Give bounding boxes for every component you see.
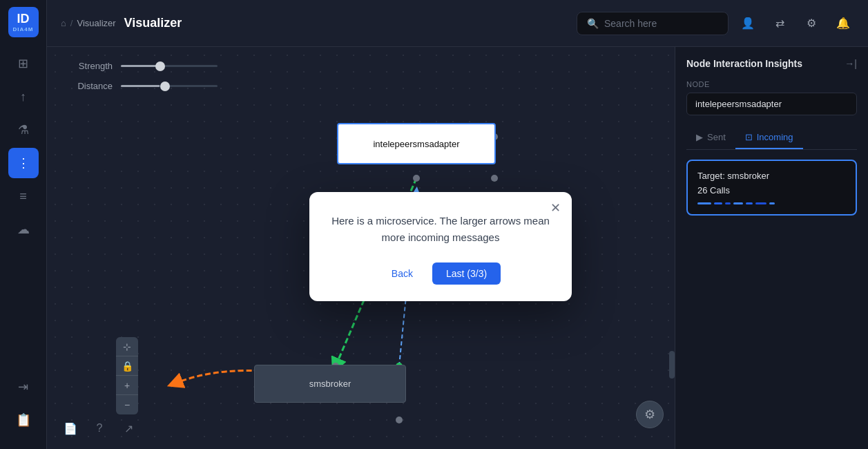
node-adapter[interactable]: intelepeersmsadapter bbox=[337, 123, 496, 164]
search-bar: 🔍 bbox=[577, 12, 729, 35]
insight-dashes bbox=[697, 202, 846, 204]
search-input[interactable] bbox=[604, 18, 718, 29]
insight-calls: 26 Calls bbox=[697, 185, 846, 195]
help-tool[interactable]: ? bbox=[90, 419, 109, 438]
sidebar-item-visualizer[interactable]: ⋮ bbox=[8, 148, 39, 178]
sidebar-item-cloud[interactable]: ☁ bbox=[8, 214, 39, 245]
sidebar-item-clipboard[interactable]: 📋 bbox=[8, 405, 39, 435]
adapter-label: intelepeersmsadapter bbox=[373, 139, 459, 149]
header: ⌂ / Visualizer Visualizer 🔍 👤 ⇄ ⚙ 🔔 bbox=[47, 0, 868, 47]
tab-incoming[interactable]: ⊡ Incoming bbox=[735, 126, 803, 149]
page-title: Visualizer bbox=[124, 16, 182, 30]
analytics-tool[interactable]: ↗ bbox=[119, 419, 138, 438]
scrollbar-thumb[interactable] bbox=[669, 351, 675, 379]
sidebar: ID DIA4M ⊞ ↑ ⚗ ⋮ ≡ ☁ ⇥ 📋 bbox=[0, 0, 47, 449]
sidebar-bottom: ⇥ 📋 bbox=[8, 372, 39, 435]
dash-7 bbox=[769, 202, 775, 204]
sidebar-item-dashboard[interactable]: ⊞ bbox=[8, 48, 39, 79]
svg-point-5 bbox=[413, 175, 420, 182]
sidebar-item-flask[interactable]: ⚗ bbox=[8, 115, 39, 145]
distance-control: Distance bbox=[68, 81, 218, 91]
broker-label: smsbroker bbox=[309, 379, 351, 389]
svg-point-4 bbox=[491, 175, 498, 182]
canvas-area[interactable]: Strength Distance bbox=[47, 47, 675, 449]
logo-sub: DIA4M bbox=[13, 26, 34, 32]
bottom-toolbar: 📄 ? ↗ bbox=[61, 419, 138, 438]
panel-header: Node Interaction Insights →| bbox=[686, 58, 857, 69]
strength-slider[interactable] bbox=[121, 65, 218, 67]
header-icons: 👤 ⇄ ⚙ 🔔 bbox=[737, 12, 854, 35]
node-field-label: Node bbox=[686, 80, 857, 88]
distance-slider[interactable] bbox=[121, 85, 218, 87]
bell-icon[interactable]: 🔔 bbox=[832, 12, 854, 35]
back-button[interactable]: Back bbox=[380, 262, 424, 285]
insight-card: Target: smsbroker 26 Calls bbox=[686, 160, 857, 216]
tooltip-close-button[interactable]: ✕ bbox=[550, 202, 561, 214]
tabs-row: ▶ Sent ⊡ Incoming bbox=[686, 126, 857, 150]
panel-collapse-button[interactable]: →| bbox=[845, 58, 857, 69]
dash-5 bbox=[746, 202, 753, 204]
zoom-in-button[interactable]: + bbox=[116, 376, 138, 395]
tooltip-actions: Back Last (3/3) bbox=[329, 262, 552, 285]
dash-4 bbox=[733, 202, 743, 204]
map-controls: ⊹ 🔒 + − bbox=[116, 337, 138, 414]
file-tool[interactable]: 📄 bbox=[61, 419, 80, 438]
node-broker[interactable]: smsbroker bbox=[254, 365, 406, 403]
lock-button[interactable]: 🔒 bbox=[116, 356, 138, 376]
dash-3 bbox=[725, 202, 731, 204]
sent-tab-icon: ▶ bbox=[696, 132, 703, 142]
settings-icon[interactable]: ⚙ bbox=[800, 12, 822, 35]
controls-panel: Strength Distance bbox=[68, 61, 218, 91]
tab-sent[interactable]: ▶ Sent bbox=[686, 126, 735, 149]
fit-button[interactable]: ⊹ bbox=[116, 337, 138, 356]
content-area: Strength Distance bbox=[47, 47, 868, 449]
breadcrumb-page: Visualizer bbox=[77, 18, 115, 28]
strength-label: Strength bbox=[68, 61, 113, 71]
sync-icon[interactable]: ⇄ bbox=[769, 12, 791, 35]
search-icon: 🔍 bbox=[587, 18, 599, 29]
gear-fab-button[interactable]: ⚙ bbox=[636, 401, 664, 428]
incoming-tab-label: Incoming bbox=[757, 132, 793, 142]
sent-tab-label: Sent bbox=[707, 132, 726, 142]
user-icon[interactable]: 👤 bbox=[737, 12, 759, 35]
svg-point-8 bbox=[396, 417, 403, 423]
dash-2 bbox=[714, 202, 722, 204]
last-button[interactable]: Last (3/3) bbox=[432, 262, 501, 285]
insight-target: Target: smsbroker bbox=[697, 171, 846, 181]
incoming-tab-icon: ⊡ bbox=[745, 132, 753, 142]
sidebar-item-logout[interactable]: ⇥ bbox=[8, 372, 39, 402]
node-field: Node bbox=[686, 80, 857, 115]
logo-text: ID bbox=[17, 12, 30, 26]
sidebar-item-hierarchy[interactable]: ≡ bbox=[8, 181, 39, 211]
gear-fab-icon: ⚙ bbox=[644, 407, 655, 422]
distance-label: Distance bbox=[68, 81, 113, 91]
main-content: ⌂ / Visualizer Visualizer 🔍 👤 ⇄ ⚙ 🔔 Stre… bbox=[47, 0, 868, 449]
tooltip-text: Here is a microservice. The larger arrow… bbox=[329, 213, 552, 246]
sidebar-logo: ID DIA4M bbox=[8, 7, 39, 37]
sidebar-item-upload[interactable]: ↑ bbox=[8, 82, 39, 112]
dash-6 bbox=[755, 202, 766, 204]
sidebar-nav: ⊞ ↑ ⚗ ⋮ ≡ ☁ bbox=[8, 48, 39, 372]
dash-1 bbox=[697, 202, 711, 204]
node-field-input[interactable] bbox=[686, 93, 857, 115]
breadcrumb-separator: / bbox=[70, 18, 73, 28]
strength-control: Strength bbox=[68, 61, 218, 71]
breadcrumb: ⌂ / Visualizer bbox=[61, 18, 116, 28]
right-panel: Node Interaction Insights →| Node ▶ Sent… bbox=[675, 47, 868, 449]
zoom-out-button[interactable]: − bbox=[116, 395, 138, 414]
panel-title: Node Interaction Insights bbox=[686, 58, 802, 69]
tooltip-popup: ✕ Here is a microservice. The larger arr… bbox=[309, 192, 572, 301]
home-icon[interactable]: ⌂ bbox=[61, 18, 66, 28]
